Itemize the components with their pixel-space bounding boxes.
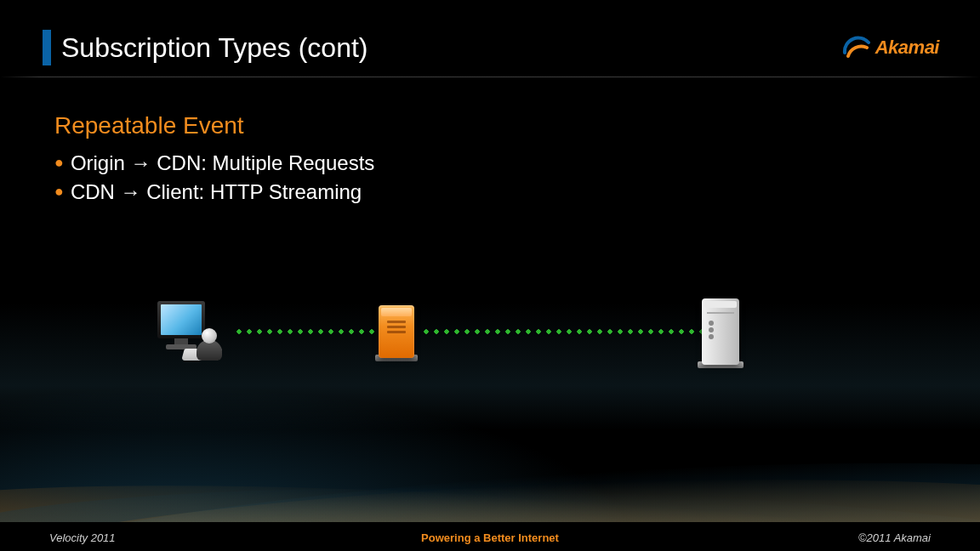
akamai-swoosh-icon [841, 32, 872, 63]
user-icon [195, 328, 224, 362]
title-accent-bar [43, 30, 51, 65]
footer-left: Velocity 2011 [49, 531, 116, 544]
bullet-icon: ● [54, 154, 64, 171]
client-node-icon [157, 298, 234, 366]
title-area: Subscription Types (cont) [43, 30, 368, 65]
bullet-icon: ● [54, 183, 64, 200]
bullet-text: Origin → CDN: Multiple Requests [71, 151, 374, 174]
footer-center: Powering a Better Internet [421, 531, 559, 544]
brand-logo: Akamai [841, 32, 939, 63]
network-diagram [157, 281, 793, 383]
section-heading: Repeatable Event [54, 112, 244, 139]
header-divider [0, 77, 980, 77]
connection-client-cdn [234, 329, 383, 334]
brand-logo-text: Akamai [875, 37, 939, 59]
bullet-item: ●Origin → CDN: Multiple Requests [54, 151, 374, 175]
bullet-item: ●CDN → Client: HTTP Streaming [54, 180, 374, 204]
bullet-list: ●Origin → CDN: Multiple Requests ●CDN → … [54, 151, 374, 209]
bullet-text: CDN → Client: HTTP Streaming [71, 180, 362, 203]
slide: Subscription Types (cont) Akamai Repeata… [0, 0, 980, 551]
cdn-node-icon [379, 305, 414, 358]
connection-cdn-origin [421, 329, 706, 334]
footer-right: ©2011 Akamai [858, 531, 931, 544]
footer: Velocity 2011 Powering a Better Internet… [0, 531, 980, 544]
slide-title: Subscription Types (cont) [61, 32, 368, 64]
decorative-wave [0, 440, 980, 525]
origin-node-icon [702, 298, 739, 365]
